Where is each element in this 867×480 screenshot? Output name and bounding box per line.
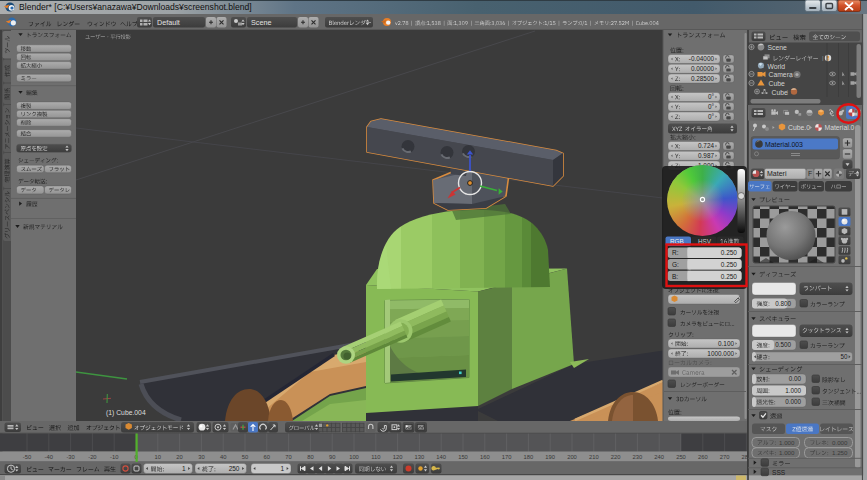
svg-text:140: 140 xyxy=(436,454,446,460)
svg-text:Materi: Materi xyxy=(767,170,787,177)
svg-text:50: 50 xyxy=(242,454,248,460)
svg-text:F: F xyxy=(808,170,812,177)
svg-text:0.987: 0.987 xyxy=(698,152,714,159)
svg-text:170: 170 xyxy=(502,454,512,460)
svg-text:1.000: 1.000 xyxy=(779,449,795,456)
svg-text:40: 40 xyxy=(220,454,226,460)
svg-text:0.500: 0.500 xyxy=(775,341,791,348)
svg-text:230: 230 xyxy=(633,454,643,460)
svg-text:0.100: 0.100 xyxy=(718,340,734,347)
svg-text:60: 60 xyxy=(264,454,270,460)
svg-text:0.000: 0.000 xyxy=(832,439,848,446)
svg-text:110: 110 xyxy=(371,454,380,460)
svg-text:G:: G: xyxy=(672,261,679,268)
svg-text:1.250: 1.250 xyxy=(832,449,848,456)
svg-text:0.00: 0.00 xyxy=(789,375,802,382)
svg-text:100: 100 xyxy=(349,454,359,460)
svg-text:-20: -20 xyxy=(88,454,96,460)
svg-text:(1) Cube.004: (1) Cube.004 xyxy=(106,409,146,417)
svg-text:Blender* [C:¥Users¥anazawa¥Dow: Blender* [C:¥Users¥anazawa¥Downloads¥scr… xyxy=(19,2,252,12)
svg-text:150: 150 xyxy=(458,454,468,460)
svg-text:240: 240 xyxy=(654,454,664,460)
svg-text:SSS: SSS xyxy=(772,469,786,476)
svg-text:0.800: 0.800 xyxy=(775,300,791,307)
svg-text:-0.04000: -0.04000 xyxy=(689,55,715,62)
svg-text:20: 20 xyxy=(176,454,182,460)
svg-text:-40: -40 xyxy=(45,454,53,460)
svg-text:0°: 0° xyxy=(708,103,715,110)
svg-text:1: 1 xyxy=(182,465,186,472)
svg-text:130: 130 xyxy=(415,454,425,460)
svg-text:0°: 0° xyxy=(708,93,715,100)
svg-text:70: 70 xyxy=(285,454,291,460)
svg-text:Default: Default xyxy=(157,18,180,27)
svg-text:250: 250 xyxy=(676,454,686,460)
svg-text:200: 200 xyxy=(567,454,577,460)
svg-text:Scene: Scene xyxy=(251,18,271,27)
svg-text:-30: -30 xyxy=(66,454,74,460)
svg-text:0°: 0° xyxy=(708,113,715,120)
svg-text:Scene: Scene xyxy=(768,44,787,51)
svg-text:0.28500: 0.28500 xyxy=(691,75,715,82)
svg-text:250: 250 xyxy=(229,465,240,472)
svg-text:1.000: 1.000 xyxy=(785,387,801,394)
svg-text:0.000: 0.000 xyxy=(785,398,801,405)
svg-text:180: 180 xyxy=(524,454,534,460)
svg-text:1000.000: 1000.000 xyxy=(707,350,734,357)
svg-text:-50: -50 xyxy=(23,454,31,460)
svg-text:160: 160 xyxy=(480,454,490,460)
svg-text:Material.0: Material.0 xyxy=(825,124,855,131)
svg-text:0.250: 0.250 xyxy=(721,273,738,280)
svg-text:260: 260 xyxy=(698,454,708,460)
svg-text:Cube: Cube xyxy=(769,80,785,87)
svg-text:30: 30 xyxy=(198,454,204,460)
svg-text:B:: B: xyxy=(672,273,678,280)
svg-text:Cube: Cube xyxy=(772,89,788,96)
svg-text:120: 120 xyxy=(393,454,403,460)
svg-text:1.000: 1.000 xyxy=(779,439,795,446)
svg-text:190: 190 xyxy=(545,454,555,460)
svg-text:50: 50 xyxy=(840,353,848,360)
svg-text:-10: -10 xyxy=(110,454,118,460)
svg-text:80: 80 xyxy=(307,454,313,460)
svg-text:0.00000: 0.00000 xyxy=(691,65,715,72)
svg-text:1: 1 xyxy=(280,465,284,472)
svg-text:10: 10 xyxy=(155,454,161,460)
svg-text:220: 220 xyxy=(611,454,621,460)
svg-text:90: 90 xyxy=(329,454,335,460)
svg-text:270: 270 xyxy=(720,454,730,460)
svg-text:0.250: 0.250 xyxy=(721,261,738,268)
svg-text:0.250: 0.250 xyxy=(721,249,738,256)
svg-text:210: 210 xyxy=(589,454,599,460)
svg-text:Material.003: Material.003 xyxy=(765,141,803,148)
svg-text:World: World xyxy=(768,63,786,70)
svg-text:Cube.0: Cube.0 xyxy=(788,124,810,131)
svg-text:0.724: 0.724 xyxy=(698,142,714,149)
svg-text:R:: R: xyxy=(672,249,679,256)
